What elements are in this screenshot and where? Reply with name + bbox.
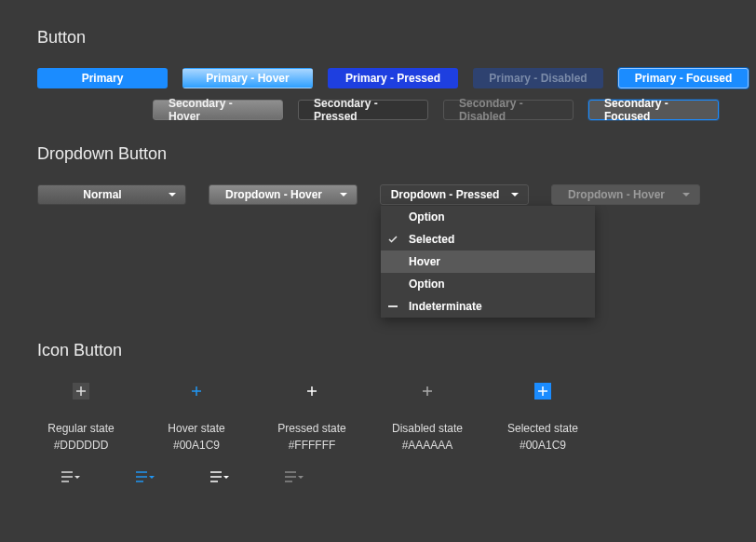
menu-item-hover[interactable]: Hover bbox=[381, 251, 595, 273]
icon-button-grid: Regular state #DDDDDD Hover state #00A1C… bbox=[37, 383, 719, 452]
indeterminate-icon bbox=[388, 305, 398, 307]
icon-button-pressed-col: Pressed state #FFFFFF bbox=[268, 383, 356, 452]
dropdown-row: Normal Dropdown - Hover Dropdown - Press… bbox=[37, 184, 719, 205]
icon-hex: #DDDDDD bbox=[54, 439, 109, 452]
dropdown-label: Dropdown - Hover bbox=[225, 188, 322, 201]
dropdown-normal[interactable]: Normal bbox=[37, 184, 186, 205]
dropdown-pressed[interactable]: Dropdown - Pressed Option Selected Hover… bbox=[380, 184, 529, 205]
icon-state-label: Selected state bbox=[507, 422, 578, 435]
primary-focused-button[interactable]: Primary - Focused bbox=[618, 68, 749, 88]
plus-icon-button-disabled bbox=[419, 383, 436, 400]
chevron-down-icon bbox=[169, 193, 176, 197]
plus-icon-button-pressed[interactable] bbox=[304, 383, 320, 400]
icon-state-label: Disabled state bbox=[392, 422, 463, 435]
list-icon-row bbox=[37, 470, 719, 483]
dropdown-label: Normal bbox=[83, 188, 121, 201]
icon-button-disabled-col: Disabled state #AAAAAA bbox=[384, 383, 471, 452]
menu-item-label: Option bbox=[409, 278, 445, 291]
chevron-down-icon bbox=[340, 193, 347, 197]
secondary-pressed-button[interactable]: Secondary - Pressed bbox=[298, 100, 428, 120]
list-dropdown-icon-pressed[interactable] bbox=[210, 470, 229, 483]
dropdown-hover[interactable]: Dropdown - Hover bbox=[209, 184, 358, 205]
menu-item-option[interactable]: Option bbox=[381, 273, 595, 295]
secondary-disabled-button: Secondary - Disabled bbox=[443, 100, 574, 120]
icon-state-label: Hover state bbox=[168, 422, 224, 435]
menu-item-indeterminate[interactable]: Indeterminate bbox=[381, 295, 595, 318]
list-dropdown-icon-disabled bbox=[285, 470, 304, 483]
dropdown-menu: Option Selected Hover Option Indetermina… bbox=[381, 206, 595, 318]
primary-hover-button[interactable]: Primary - Hover bbox=[182, 68, 313, 88]
menu-item-label: Selected bbox=[409, 233, 454, 246]
plus-icon-button-selected[interactable] bbox=[534, 383, 551, 400]
list-dropdown-icon-hover[interactable] bbox=[136, 470, 155, 483]
check-icon bbox=[388, 233, 398, 246]
list-dropdown-icon-regular[interactable] bbox=[61, 470, 80, 483]
icon-hex: #FFFFFF bbox=[289, 439, 336, 452]
icon-hex: #00A1C9 bbox=[173, 439, 220, 452]
section-heading-dropdown: Dropdown Button bbox=[37, 144, 719, 164]
icon-button-regular-col: Regular state #DDDDDD bbox=[37, 383, 125, 452]
primary-disabled-button: Primary - Disabled bbox=[473, 68, 603, 88]
primary-button[interactable]: Primary bbox=[37, 68, 168, 88]
dropdown-label: Dropdown - Hover bbox=[568, 188, 665, 201]
section-heading-button: Button bbox=[37, 28, 719, 47]
chevron-down-icon bbox=[511, 193, 519, 197]
secondary-hover-button[interactable]: Secondary - Hover bbox=[153, 100, 283, 120]
dropdown-label: Dropdown - Pressed bbox=[391, 188, 500, 201]
secondary-focused-button[interactable]: Secondary - Focused bbox=[588, 100, 719, 120]
menu-item-label: Indeterminate bbox=[409, 300, 482, 313]
menu-item-option[interactable]: Option bbox=[381, 206, 595, 228]
icon-state-label: Regular state bbox=[47, 422, 114, 435]
plus-icon-button-regular[interactable] bbox=[73, 383, 89, 400]
menu-item-label: Hover bbox=[409, 255, 440, 268]
primary-pressed-button[interactable]: Primary - Pressed bbox=[328, 68, 458, 88]
icon-button-selected-col: Selected state #00A1C9 bbox=[499, 383, 587, 452]
plus-icon-button-hover[interactable] bbox=[188, 383, 205, 400]
chevron-down-icon bbox=[682, 193, 690, 197]
icon-hex: #00A1C9 bbox=[520, 439, 566, 452]
dropdown-disabled: Dropdown - Hover bbox=[551, 184, 700, 205]
icon-state-label: Pressed state bbox=[277, 422, 345, 435]
menu-item-label: Option bbox=[409, 210, 445, 224]
section-heading-iconbutton: Icon Button bbox=[37, 341, 719, 360]
icon-button-hover-col: Hover state #00A1C9 bbox=[153, 383, 240, 452]
primary-button-row: Primary Primary - Hover Primary - Presse… bbox=[37, 68, 719, 88]
menu-item-selected[interactable]: Selected bbox=[381, 228, 595, 251]
icon-hex: #AAAAAA bbox=[402, 439, 453, 452]
secondary-button-row: Secondary - Hover Secondary - Pressed Se… bbox=[37, 100, 719, 120]
